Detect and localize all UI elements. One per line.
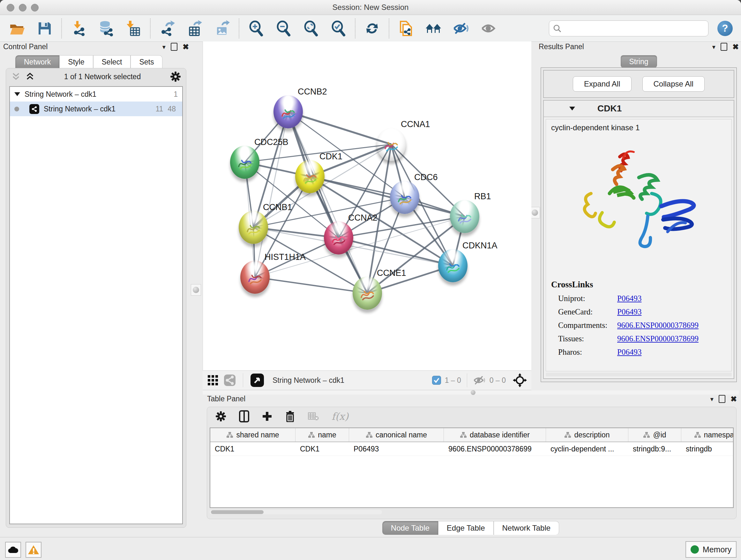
zoom-in-button[interactable] [248,20,264,37]
column-header-canonical-name[interactable]: canonical name [349,428,444,442]
center-view-icon[interactable] [513,373,527,387]
table-hscrollbar-thumb[interactable] [211,510,264,514]
tab-network[interactable]: Network [15,55,59,68]
table-cell[interactable]: cyclin-dependent ... [546,442,628,455]
table-cell[interactable]: stringdb:9... [628,442,681,455]
tab-edge-table[interactable]: Edge Table [438,521,494,535]
apply-layout-button[interactable] [364,20,381,37]
import-network-button[interactable] [70,20,87,37]
left-splitter-handle[interactable] [191,284,201,296]
export-table-button[interactable] [186,20,203,37]
import-table-button[interactable] [125,20,142,37]
tab-network-table[interactable]: Network Table [494,521,559,535]
grid-view-icon[interactable] [207,374,219,386]
create-column-icon[interactable] [262,411,272,422]
horizontal-splitter[interactable] [203,390,739,395]
save-session-button[interactable] [37,20,53,37]
crosslink-link[interactable]: 9606.ENSP00000378699 [617,321,698,330]
zoom-out-button[interactable] [275,20,292,37]
node-CCNE1[interactable] [353,276,382,310]
selected-checkbox[interactable] [432,376,441,385]
table-panel-float-icon[interactable] [719,395,725,403]
delete-column-icon[interactable] [285,411,295,422]
edge-CDK1-RB1[interactable] [310,177,465,216]
table-cell[interactable]: CDK1 [295,442,349,455]
tab-node-table[interactable]: Node Table [382,521,438,535]
open-session-button[interactable] [9,20,25,37]
crosslink-link[interactable]: 9606.ENSP00000378699 [617,334,698,343]
gear-icon[interactable] [170,71,181,82]
table-panel-close-icon[interactable]: ✖ [731,395,737,403]
node-CCNB2[interactable] [273,95,303,128]
collapse-all-icon[interactable] [11,72,21,81]
horizontal-splitter-handle[interactable] [471,390,475,395]
show-all-button[interactable] [480,20,496,37]
cloud-button[interactable] [5,542,21,558]
search-input[interactable] [564,23,704,33]
entry-collapse-icon[interactable] [569,107,575,111]
node-HIST1H1A[interactable] [240,260,270,294]
control-panel-float-icon[interactable] [171,43,178,51]
zoom-selected-button[interactable] [330,20,347,37]
network-view-mode-icon[interactable] [224,374,236,386]
network-collection-row[interactable]: String Network – cdk1 1 [10,87,182,102]
birdseye-view-icon[interactable] [250,373,264,387]
node-CDKN1A[interactable] [438,249,468,282]
table-panel-menu-icon[interactable]: ▾ [711,396,714,402]
node-CCNB1[interactable] [239,211,268,244]
column-header-name[interactable]: name [295,428,349,442]
show-columns-icon[interactable] [239,410,249,422]
node-table[interactable]: shared namenamecanonical namedatabase id… [210,428,734,508]
clone-network-button[interactable] [398,20,414,37]
network-view[interactable]: CCNB2CCNA1CDC25BCDK1CDC6RB1CCNB1CCNA2CDK… [203,42,531,370]
column-header-description[interactable]: description [546,428,628,442]
crosslink-link[interactable]: P06493 [617,307,642,316]
edge-CCNB2-CCNE1[interactable] [288,112,367,293]
node-CDC6[interactable] [390,181,419,214]
expand-all-button[interactable]: Expand All [573,76,631,91]
column-header-namespace[interactable]: namespace [681,428,734,442]
import-network-from-database-button[interactable] [98,20,114,37]
export-image-button[interactable] [214,20,230,37]
table-cell[interactable]: stringdb [681,442,734,455]
column-header-shared-name[interactable]: shared name [210,428,295,442]
network-row-selected[interactable]: String Network – cdk1 11 48 [10,102,182,116]
collapse-all-button[interactable]: Collapse All [643,76,704,91]
column-header-@id[interactable]: @id [628,428,681,442]
results-panel-close-icon[interactable]: ✖ [732,43,739,51]
export-network-button[interactable] [159,20,176,37]
control-panel-menu-icon[interactable]: ▾ [162,44,165,50]
node-CCNA2[interactable] [324,221,353,254]
help-button[interactable]: ? [718,21,733,36]
crosslink-link[interactable]: P06493 [617,348,642,357]
control-panel-close-icon[interactable]: ✖ [183,43,189,51]
tab-sets[interactable]: Sets [131,55,162,68]
tab-string[interactable]: String [620,55,657,68]
tab-select[interactable]: Select [93,55,131,68]
table-gear-icon[interactable] [215,411,226,422]
table-cell[interactable]: 9606.ENSP00000378699 [444,442,546,455]
table-hscrollbar[interactable] [210,510,382,514]
network-canvas[interactable]: CCNB2CCNA1CDC25BCDK1CDC6RB1CCNB1CCNA2CDK… [203,42,531,370]
node-RB1[interactable] [450,200,479,233]
edge-CDC6-CCNB1[interactable] [253,197,405,227]
results-panel-menu-icon[interactable]: ▾ [712,44,716,50]
crosslink-link[interactable]: P06493 [617,294,642,303]
results-scrollbar[interactable] [546,373,732,376]
edge-HIST1H1A-CCNE1[interactable] [255,277,367,293]
memory-button[interactable]: Memory [685,541,737,558]
table-row[interactable]: CDK1CDK1P064939606.ENSP00000378699cyclin… [210,442,733,456]
warnings-button[interactable] [25,542,42,558]
hide-unselected-button[interactable] [453,20,469,37]
table-cell[interactable]: CDK1 [210,442,295,455]
results-panel-float-icon[interactable] [721,43,727,51]
string-home-button[interactable] [425,20,442,37]
node-CDC25B[interactable] [230,145,259,179]
node-entry-header[interactable]: CDK1 [544,101,734,117]
tree-expand-icon[interactable] [14,92,20,96]
node-CDK1[interactable] [295,160,325,193]
expand-all-icon[interactable] [25,72,35,81]
tab-style[interactable]: Style [59,55,93,68]
table-cell[interactable]: P06493 [349,442,444,455]
search-field[interactable] [549,20,709,37]
